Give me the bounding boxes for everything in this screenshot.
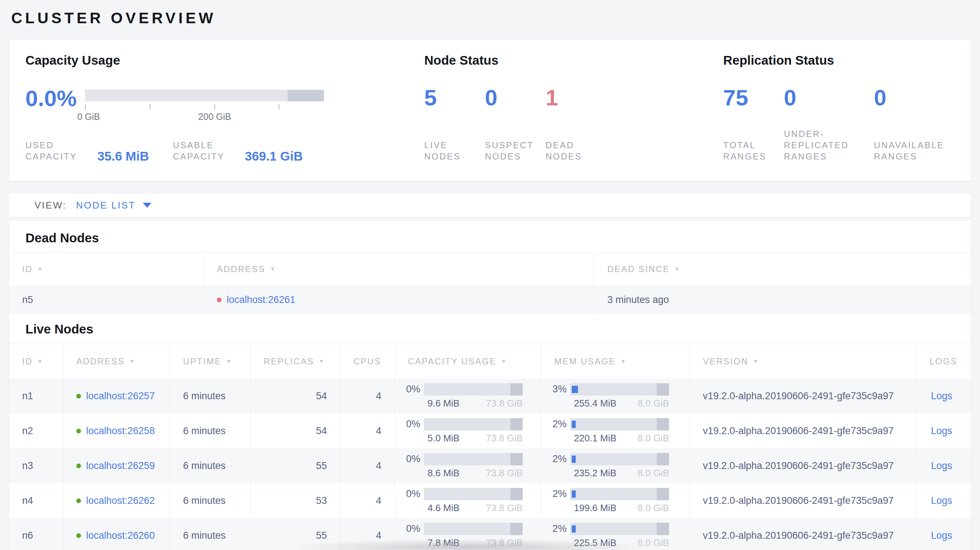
live-node-address-cell: localhost:26257 — [63, 378, 170, 413]
dead-node-address-link[interactable]: localhost:26261 — [227, 294, 295, 305]
mem-percent-label: 2% — [541, 418, 570, 430]
dead-nodes-heading: Dead Nodes — [9, 221, 971, 253]
dead-nodes-count: 1 — [546, 86, 606, 110]
node-status-title: Node Status — [424, 53, 498, 68]
live-col-header-capacity[interactable]: CAPACITY USAGE▼ — [395, 344, 541, 378]
live-node-address-cell: localhost:26260 — [63, 518, 170, 550]
replication-status-section: Replication Status 75 0 0 TOTAL RANGES U… — [723, 40, 963, 181]
live-node-address-cell: localhost:26258 — [63, 413, 170, 448]
live-col-header-cpus: CPUS — [340, 344, 395, 378]
live-node-capacity-cell: 0% 9.6 MiB 73.8 GiB — [395, 378, 541, 413]
mem-used-value: 235.2 MiB — [574, 467, 616, 479]
logs-link[interactable]: Logs — [931, 530, 952, 541]
total-ranges-count: 75 — [723, 86, 784, 110]
capacity-percent-label: 0% — [395, 488, 424, 499]
capacity-bar-dark-segment — [510, 523, 523, 535]
live-nodes-heading: Live Nodes — [9, 314, 971, 344]
live-col-header-uptime[interactable]: UPTIME▼ — [170, 344, 250, 378]
live-node-address-link[interactable]: localhost:26257 — [86, 391, 155, 402]
live-node-cpus: 4 — [340, 448, 395, 483]
summary-card: Capacity Usage 0.0% 0 GiB 200 GiB U — [9, 40, 971, 181]
live-nodes-label: LIVE NODES — [424, 140, 477, 162]
mem-bar-fill — [572, 386, 578, 393]
gauge-tick — [214, 104, 215, 109]
mem-total-value: 8.0 GiB — [638, 398, 669, 409]
dead-col-header-address[interactable]: ADDRESS▼ — [204, 253, 594, 286]
live-node-version: v19.2.0-alpha.20190606-2491-gfe735c9a97 — [689, 378, 916, 413]
live-node-address-link[interactable]: localhost:26259 — [86, 460, 155, 472]
nodes-tables-card: Dead Nodes ID▼ ADDRESS▼ DEAD SINCE▼ n5 l… — [9, 221, 971, 550]
capacity-bar-dark-segment — [510, 383, 523, 396]
sort-arrow-icon: ▼ — [674, 266, 681, 272]
live-node-address-link[interactable]: localhost:26260 — [86, 530, 155, 541]
page-title: CLUSTER OVERVIEW — [11, 10, 971, 27]
capacity-percent-label: 0% — [395, 453, 424, 465]
mem-bar-dark-segment — [657, 418, 669, 431]
live-col-header-id[interactable]: ID▼ — [9, 344, 63, 378]
sort-arrow-icon: ▼ — [37, 266, 44, 272]
live-col-header-mem[interactable]: MEM USAGE▼ — [541, 344, 689, 378]
sort-arrow-icon: ▼ — [270, 266, 277, 272]
live-node-replicas: 55 — [250, 448, 340, 483]
live-node-row: n2 localhost:26258 6 minutes 54 4 0% — [9, 413, 971, 448]
dead-col-header-id[interactable]: ID▼ — [9, 253, 204, 286]
mem-mini-bar — [570, 418, 669, 431]
logs-link[interactable]: Logs — [931, 460, 952, 472]
mem-mini-bar — [570, 453, 669, 465]
logs-link[interactable]: Logs — [931, 391, 952, 402]
dead-col-header-dead-since[interactable]: DEAD SINCE▼ — [594, 253, 971, 286]
mem-total-value: 8.0 GiB — [638, 467, 669, 479]
live-node-uptime: 6 minutes — [170, 518, 250, 550]
live-node-mem-cell: 2% 225.5 MiB 8.0 GiB — [541, 518, 689, 550]
capacity-percent-label: 0% — [395, 384, 424, 395]
live-node-address-link[interactable]: localhost:26258 — [86, 425, 155, 437]
live-col-header-version[interactable]: VERSION▼ — [689, 344, 916, 378]
mem-percent-label: 2% — [541, 523, 570, 534]
capacity-mini-bar — [424, 488, 523, 500]
mem-bar-dark-segment — [657, 383, 669, 396]
capacity-used-value: 5.0 MiB — [428, 433, 460, 444]
capacity-bar-dark-segment — [510, 418, 523, 431]
capacity-percent-label: 0% — [395, 418, 424, 430]
live-col-header-replicas[interactable]: REPLICAS▼ — [250, 344, 340, 378]
dead-node-address-cell: localhost:26261 — [204, 286, 594, 314]
live-status-dot-icon — [76, 533, 81, 538]
dead-nodes-label: DEAD NODES — [546, 140, 598, 162]
live-node-row: n1 localhost:26257 6 minutes 54 4 0% — [9, 378, 971, 413]
view-selected-value[interactable]: NODE LIST — [76, 200, 135, 211]
live-node-version: v19.2.0-alpha.20190606-2491-gfe735c9a97 — [689, 518, 916, 550]
capacity-total-value: 73.8 GiB — [486, 433, 523, 444]
live-node-id: n6 — [9, 518, 63, 550]
live-col-header-address[interactable]: ADDRESS▼ — [63, 344, 170, 378]
live-node-uptime: 6 minutes — [170, 483, 250, 518]
view-bar: VIEW: NODE LIST — [9, 194, 971, 217]
live-node-address-link[interactable]: localhost:26262 — [86, 495, 155, 506]
usable-capacity-value: 369.1 GiB — [245, 149, 303, 164]
dead-status-dot-icon — [217, 297, 221, 302]
mem-total-value: 8.0 GiB — [638, 502, 669, 513]
live-node-version: v19.2.0-alpha.20190606-2491-gfe735c9a97 — [689, 413, 916, 448]
sort-arrow-icon: ▼ — [753, 358, 759, 365]
live-node-replicas: 54 — [250, 378, 340, 413]
logs-link[interactable]: Logs — [931, 425, 952, 437]
view-dropdown[interactable]: NODE LIST — [76, 200, 151, 211]
logs-link[interactable]: Logs — [931, 495, 952, 506]
capacity-gauge: 0 GiB 200 GiB — [85, 90, 324, 110]
live-node-mem-cell: 2% 199.6 MiB 8.0 GiB — [541, 483, 689, 518]
usable-capacity-stat: USABLE CAPACITY 369.1 GiB — [173, 140, 303, 162]
mem-mini-bar — [570, 488, 669, 500]
live-node-replicas: 55 — [250, 518, 340, 550]
live-node-id: n2 — [9, 413, 63, 448]
live-node-capacity-cell: 0% 5.0 MiB 73.8 GiB — [395, 413, 541, 448]
mem-used-value: 225.5 MiB — [574, 537, 616, 548]
live-node-id: n1 — [9, 378, 63, 413]
mem-used-value: 199.6 MiB — [574, 502, 616, 513]
capacity-used-value: 4.6 MiB — [428, 502, 460, 513]
capacity-total-value: 73.8 GiB — [486, 537, 523, 548]
view-label: VIEW: — [35, 200, 67, 211]
mem-mini-bar — [570, 523, 669, 535]
live-node-id: n3 — [9, 448, 63, 483]
capacity-total-value: 73.8 GiB — [486, 398, 523, 409]
live-node-cpus: 4 — [340, 378, 395, 413]
sort-arrow-icon: ▼ — [501, 358, 508, 365]
